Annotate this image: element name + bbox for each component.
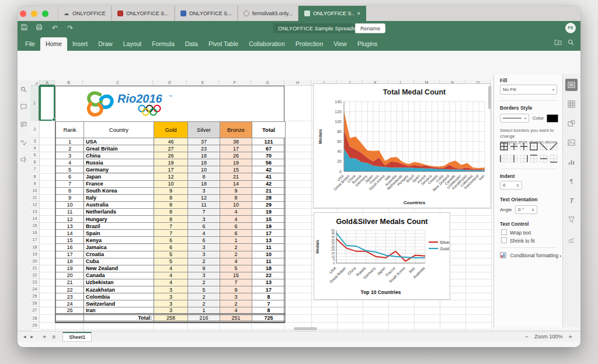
row-header-28[interactable]: 28 bbox=[30, 314, 40, 322]
slicer-settings-icon[interactable] bbox=[565, 214, 578, 226]
undo-icon[interactable]: ↶ bbox=[48, 21, 61, 36]
cell-settings-icon[interactable] bbox=[565, 79, 578, 91]
feedback-icon[interactable] bbox=[20, 155, 29, 163]
open-file-location-icon[interactable] bbox=[551, 36, 564, 51]
column-header-E[interactable]: E bbox=[187, 80, 219, 86]
row-header-2[interactable]: 2 bbox=[30, 121, 40, 138]
prev-sheet-button[interactable]: ◂ bbox=[23, 334, 26, 340]
sheet-area[interactable]: abABCDEFGHIJKLMNO12345678910111213141516… bbox=[18, 80, 492, 331]
border-bottom-button[interactable] bbox=[549, 154, 558, 163]
indent-spinner[interactable]: 0⇅ bbox=[500, 181, 522, 190]
border-top-button[interactable] bbox=[529, 154, 538, 163]
row-header-1[interactable]: 1 bbox=[30, 86, 40, 121]
zoom-out-button[interactable]: − bbox=[525, 333, 529, 340]
signature-settings-icon[interactable] bbox=[565, 233, 578, 245]
sheet-list-button[interactable]: ≡ bbox=[53, 334, 56, 340]
image-settings-icon[interactable] bbox=[565, 136, 578, 149]
browser-tab-1[interactable]: ONLYOFFICE S... bbox=[112, 6, 175, 21]
column-header-A[interactable]: A bbox=[40, 80, 55, 86]
row-header-7[interactable]: 7 bbox=[30, 166, 40, 173]
column-header-B[interactable]: B bbox=[55, 80, 83, 86]
zoom-window-button[interactable] bbox=[42, 10, 48, 17]
redo-icon[interactable]: ↷ bbox=[64, 21, 77, 36]
row-header-20[interactable]: 20 bbox=[30, 258, 40, 265]
row-header-17[interactable]: 17 bbox=[30, 236, 40, 243]
browser-tab-3[interactable]: fernsilva93.only... bbox=[238, 6, 298, 21]
conditional-formatting-button[interactable]: Conditional formatting▾ bbox=[500, 252, 561, 260]
row-header-9[interactable]: 9 bbox=[30, 180, 40, 187]
column-header-G[interactable]: G bbox=[251, 80, 284, 86]
border-center-h-button[interactable] bbox=[539, 154, 548, 163]
border-left-button[interactable] bbox=[499, 154, 508, 163]
row-header-29[interactable]: 29 bbox=[30, 322, 40, 329]
menu-view[interactable]: View bbox=[328, 37, 352, 51]
border-diag-down-button[interactable] bbox=[539, 142, 548, 150]
menu-plugins[interactable]: Plugins bbox=[352, 37, 383, 51]
add-sheet-button[interactable]: + bbox=[43, 333, 46, 340]
menu-collaboration[interactable]: Collaboration bbox=[244, 37, 290, 51]
print-icon[interactable] bbox=[33, 21, 46, 36]
row-header-6[interactable]: 6 bbox=[30, 159, 40, 166]
row-header-4[interactable]: 4 bbox=[30, 145, 40, 152]
border-color-swatch[interactable] bbox=[547, 114, 558, 123]
total-medal-count-chart[interactable]: Total Medal Count020406080100120140USAGr… bbox=[313, 83, 491, 208]
horizontal-scrollbar[interactable] bbox=[294, 327, 317, 330]
save-icon[interactable] bbox=[18, 21, 30, 36]
row-header-26[interactable]: 26 bbox=[30, 300, 40, 307]
comments-icon[interactable] bbox=[20, 102, 29, 110]
border-right-button[interactable] bbox=[519, 154, 528, 163]
menu-protection[interactable]: Protection bbox=[290, 37, 328, 51]
row-header-3[interactable]: 3 bbox=[30, 138, 40, 145]
chart-settings-icon[interactable] bbox=[565, 156, 578, 168]
row-header-5[interactable]: 5 bbox=[30, 152, 40, 159]
menu-data[interactable]: Data bbox=[180, 37, 203, 51]
border-cross-button[interactable] bbox=[519, 142, 528, 150]
row-header-14[interactable]: 14 bbox=[30, 215, 40, 222]
close-window-button[interactable] bbox=[20, 10, 26, 17]
border-inner-button[interactable] bbox=[509, 142, 518, 150]
row-header-12[interactable]: 12 bbox=[30, 201, 40, 208]
browser-tab-0[interactable]: ☁ONLYOFFICE bbox=[58, 6, 112, 21]
browser-tab-4[interactable]: ONLYOFFICE S...× bbox=[298, 6, 366, 21]
row-header-25[interactable]: 25 bbox=[30, 293, 40, 300]
gold-silver-medals-chart[interactable]: Gold&Silver Medals Count0510152025303540… bbox=[314, 212, 450, 300]
column-header-D[interactable]: D bbox=[153, 80, 187, 86]
search-icon[interactable] bbox=[20, 85, 29, 93]
row-header-27[interactable]: 27 bbox=[30, 307, 40, 314]
row-header-8[interactable]: 8 bbox=[30, 173, 40, 180]
row-header-16[interactable]: 16 bbox=[30, 229, 40, 236]
menu-insert[interactable]: Insert bbox=[67, 37, 93, 51]
selected-cell-a1[interactable] bbox=[40, 86, 55, 121]
border-outer-button[interactable] bbox=[529, 142, 538, 150]
next-sheet-button[interactable]: ▸ bbox=[31, 334, 34, 340]
spellcheck-icon[interactable]: ab bbox=[20, 137, 29, 145]
row-header-10[interactable]: 10 bbox=[30, 187, 40, 194]
row-header-22[interactable]: 22 bbox=[30, 272, 40, 279]
menu-file[interactable]: File bbox=[20, 37, 40, 51]
menu-layout[interactable]: Layout bbox=[118, 37, 147, 51]
row-header-11[interactable]: 11 bbox=[30, 194, 40, 201]
border-diag-up-button[interactable] bbox=[549, 142, 558, 150]
menu-pivot-table[interactable]: Pivot Table bbox=[203, 37, 244, 51]
search-icon[interactable] bbox=[564, 36, 577, 51]
row-header-24[interactable]: 24 bbox=[30, 286, 40, 293]
vertical-scrollbar[interactable] bbox=[488, 86, 491, 109]
fill-select[interactable]: No Fill▾ bbox=[500, 85, 557, 94]
angle-spinner[interactable]: 0 °⇅ bbox=[515, 205, 537, 214]
browser-tab-2[interactable]: ONLYOFFICE S... bbox=[175, 6, 238, 21]
row-header-18[interactable]: 18 bbox=[30, 244, 40, 251]
textart-settings-icon[interactable]: T bbox=[565, 194, 578, 206]
table-settings-icon[interactable] bbox=[565, 98, 578, 110]
border-center-v-button[interactable] bbox=[509, 154, 518, 163]
column-header-H[interactable]: H bbox=[284, 80, 311, 86]
menu-draw[interactable]: Draw bbox=[93, 37, 118, 51]
column-header-F[interactable]: F bbox=[219, 80, 251, 86]
row-header-21[interactable]: 21 bbox=[30, 265, 40, 272]
select-all-corner[interactable] bbox=[30, 80, 40, 86]
sheet-tab[interactable]: Sheet1 bbox=[62, 332, 92, 342]
avatar[interactable]: FS bbox=[565, 23, 576, 33]
minimize-window-button[interactable] bbox=[31, 10, 37, 17]
wrap-text-checkbox[interactable]: Wrap text bbox=[501, 229, 531, 236]
column-header-C[interactable]: C bbox=[83, 80, 153, 86]
zoom-in-button[interactable]: + bbox=[569, 333, 572, 340]
